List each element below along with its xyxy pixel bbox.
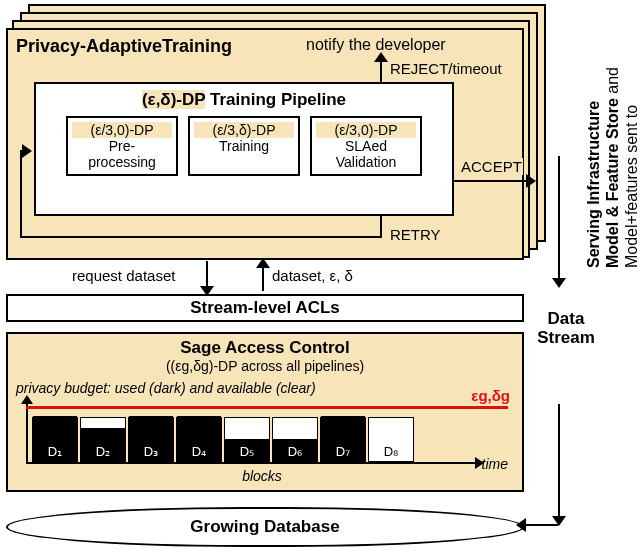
stage-validation: (ε/3,0)-DP SLAed Validation xyxy=(310,116,422,176)
stream-acl-label: Stream-level ACLs xyxy=(190,298,340,317)
output-destination-label: Serving Infrastructure Model & Feature S… xyxy=(584,8,640,268)
stage1-l2: processing xyxy=(88,154,156,170)
budget-bar: D₈ xyxy=(368,417,414,462)
accept-arrow-head xyxy=(526,174,536,188)
chart-x-axis xyxy=(26,462,478,464)
out-line2a: Model & Feature Store xyxy=(604,98,621,268)
output-arrow-1-head xyxy=(552,278,566,288)
reject-label: REJECT/timeout xyxy=(390,60,502,77)
budget-bar: D₆ xyxy=(272,417,318,462)
stage3-dp: (ε/3,0)-DP xyxy=(316,122,416,138)
privacy-adaptive-training-panel: Privacy-Adaptive Training notify the dev… xyxy=(6,28,524,260)
accept-label: ACCEPT xyxy=(460,158,523,175)
stage-preprocessing: (ε/3,0)-DP Pre- processing xyxy=(66,116,178,176)
out-line1a: Model+features xyxy=(623,157,640,268)
retry-label: RETRY xyxy=(390,226,441,243)
budget-threshold-label: εg,δg xyxy=(471,387,510,404)
stage3-l1: SLAed xyxy=(345,138,387,154)
chart-bars: D₁D₂D₃D₄D₅D₆D₇D₈ xyxy=(32,417,414,462)
stage2-l1: Training xyxy=(219,138,269,154)
budget-bar: D₄ xyxy=(176,417,222,462)
retry-arrow-v2 xyxy=(20,150,22,238)
budget-bar: D₁ xyxy=(32,417,78,462)
into-db-arrow-head xyxy=(516,518,526,532)
budget-bar-label: D₂ xyxy=(81,444,125,459)
budget-bar-label: D₄ xyxy=(177,444,221,459)
stage1-dp: (ε/3,0)-DP xyxy=(72,122,172,138)
reject-arrow-head xyxy=(374,52,388,62)
sage-title: Sage Access Control xyxy=(16,338,514,358)
retry-arrow-v1 xyxy=(380,216,382,238)
blocks-axis-label: blocks xyxy=(16,468,508,484)
stage-training: (ε/3,δ)-DP Training xyxy=(188,116,300,176)
budget-bar: D₇ xyxy=(320,417,366,462)
out-line2b: and xyxy=(604,67,621,98)
data-stream-a: Data xyxy=(548,309,585,328)
sage-subtitle: ((εg,δg)-DP across all pipelines) xyxy=(16,358,514,374)
dp-training-pipeline-box: (ε,δ)-DP Training Pipeline (ε/3,0)-DP Pr… xyxy=(34,82,454,216)
stage1-l1: Pre- xyxy=(109,138,135,154)
budget-bar-label: D₅ xyxy=(225,444,269,459)
budget-bar-label: D₆ xyxy=(273,444,317,459)
budget-legend: privacy budget: used (dark) and availabl… xyxy=(16,380,514,396)
budget-bar-label: D₇ xyxy=(321,444,365,459)
stage3-l2: Validation xyxy=(336,154,396,170)
pipeline-title-dp: (ε,δ)-DP xyxy=(142,90,205,109)
sage-access-control-panel: Sage Access Control ((εg,δg)-DP across a… xyxy=(6,332,524,492)
retry-arrow-h xyxy=(20,236,382,238)
budget-bar: D₃ xyxy=(128,417,174,462)
budget-bar-label: D₃ xyxy=(129,444,173,459)
budget-threshold-line xyxy=(26,406,508,409)
stream-level-acls-box: Stream-level ACLs xyxy=(6,294,524,322)
request-dataset-label: request dataset xyxy=(72,267,175,284)
accept-arrow-line xyxy=(454,180,530,182)
data-stream-label: Data Stream xyxy=(536,310,596,347)
chart-y-axis xyxy=(26,400,28,464)
budget-bar-label: D₁ xyxy=(33,444,77,459)
output-arrow-1 xyxy=(558,156,560,282)
into-db-arrow xyxy=(522,524,558,526)
budget-bar-label: D₈ xyxy=(369,444,413,459)
stage2-dp: (ε/3,δ)-DP xyxy=(194,122,294,138)
budget-bar: D₅ xyxy=(224,417,270,462)
title-plain: Training xyxy=(162,36,232,57)
retry-arrow-head xyxy=(22,144,32,158)
out-line1b: sent to xyxy=(623,105,640,157)
title-highlight: Privacy-Adaptive xyxy=(16,36,162,57)
pipeline-title: (ε,δ)-DP Training Pipeline xyxy=(44,90,444,110)
data-stream-arrow xyxy=(558,404,560,520)
pipeline-title-rest: Training Pipeline xyxy=(205,90,346,109)
out-line3a: Serving Infrastructure xyxy=(585,101,602,268)
privacy-budget-chart: εg,δg D₁D₂D₃D₄D₅D₆D₇D₈ time blocks xyxy=(16,400,508,480)
chart-y-axis-head xyxy=(21,395,33,404)
growing-database: Growing Database xyxy=(6,507,524,547)
pipeline-stages: (ε/3,0)-DP Pre- processing (ε/3,δ)-DP Tr… xyxy=(44,116,444,176)
data-stream-b: Stream xyxy=(537,328,595,347)
database-label: Growing Database xyxy=(190,517,339,536)
budget-bar: D₂ xyxy=(80,417,126,462)
dataset-return-label: dataset, ε, δ xyxy=(272,267,353,284)
dataset-arrow-head xyxy=(256,258,270,268)
